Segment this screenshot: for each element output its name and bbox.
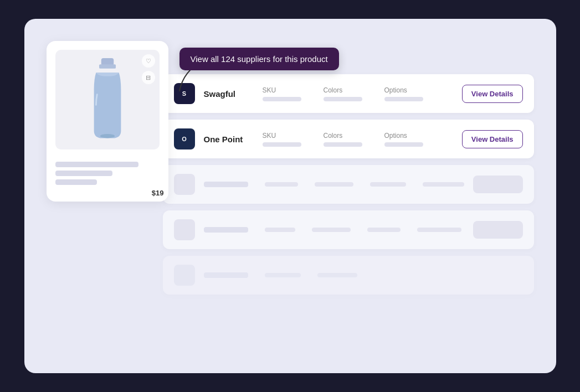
supplier-logo-onepoint: O <box>174 128 195 149</box>
product-image <box>85 58 130 141</box>
view-details-button-onepoint[interactable]: View Details <box>462 130 523 148</box>
ghost-val-4 <box>417 228 461 232</box>
ghost-name <box>204 272 248 278</box>
product-price: $19 <box>152 189 164 197</box>
supplier-row-ghost <box>163 210 534 249</box>
supplier-cols-onepoint: SKU Colors Options <box>263 132 453 147</box>
product-image-area: ♡ ⊟ <box>55 50 160 149</box>
supplier-colors-col: Colors <box>324 132 368 147</box>
ghost-val-2 <box>312 228 351 232</box>
ghost-name <box>204 182 248 187</box>
ghost-cols <box>204 227 464 233</box>
skeleton-subtitle <box>55 171 112 176</box>
supplier-options-col: Options <box>384 132 429 147</box>
supplier-name-onepoint: One Point <box>204 135 254 144</box>
ghost-val-3 <box>370 182 406 187</box>
view-details-button-swagful[interactable]: View Details <box>462 85 523 103</box>
svg-rect-0 <box>101 58 114 65</box>
ghost-cols <box>204 182 464 187</box>
supplier-row-ghost <box>163 256 534 295</box>
card-action-icons: ♡ ⊟ <box>142 54 155 84</box>
colors-label: Colors <box>324 86 368 94</box>
ghost-val-4 <box>423 182 464 187</box>
sku-label: SKU <box>263 86 307 94</box>
supplier-cols-swagful: SKU Colors Options <box>263 86 453 101</box>
options-label: Options <box>384 132 429 140</box>
options-label: Options <box>384 86 429 94</box>
sku-value-skeleton <box>263 142 301 147</box>
ghost-val-2 <box>317 273 357 277</box>
supplier-row: O One Point SKU Colors Options View Deta… <box>163 120 534 158</box>
suppliers-tooltip: View all 124 suppliers for this product <box>179 48 339 70</box>
colors-value-skeleton <box>324 142 362 147</box>
product-card: ♡ ⊟ $19 <box>47 41 168 202</box>
sku-label: SKU <box>263 132 307 140</box>
ghost-logo <box>174 265 195 286</box>
options-value-skeleton <box>384 142 423 147</box>
svg-point-2 <box>100 134 114 138</box>
ghost-name <box>204 227 248 233</box>
ghost-val-1 <box>265 182 298 187</box>
ghost-val-1 <box>265 228 295 232</box>
supplier-sku-col: SKU <box>263 132 307 147</box>
ghost-btn <box>473 176 523 193</box>
card-metadata: $19 <box>55 149 160 185</box>
ghost-logo <box>174 174 195 195</box>
tooltip-text: View all 124 suppliers for this product <box>191 54 328 64</box>
colors-value-skeleton <box>324 97 362 101</box>
ghost-val-2 <box>315 182 353 187</box>
ghost-cols <box>204 272 523 278</box>
supplier-colors-col: Colors <box>324 86 368 101</box>
supplier-sku-col: SKU <box>263 86 307 101</box>
ghost-val-1 <box>265 273 301 277</box>
ghost-logo <box>174 219 195 240</box>
svg-rect-1 <box>99 64 116 69</box>
skeleton-title <box>55 162 138 167</box>
ghost-val-3 <box>367 228 401 232</box>
skeleton-detail <box>55 179 97 185</box>
heart-icon[interactable]: ♡ <box>142 54 155 68</box>
options-value-skeleton <box>384 97 423 101</box>
sku-value-skeleton <box>263 97 301 101</box>
ghost-btn <box>473 221 523 239</box>
bookmark-icon[interactable]: ⊟ <box>142 71 155 84</box>
supplier-options-col: Options <box>384 86 429 101</box>
supplier-row-ghost <box>163 165 534 204</box>
colors-label: Colors <box>324 132 368 140</box>
main-screen: ♡ ⊟ $19 View all 124 suppliers for this … <box>24 19 556 373</box>
